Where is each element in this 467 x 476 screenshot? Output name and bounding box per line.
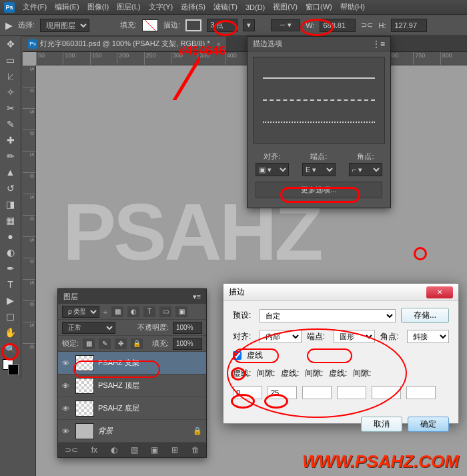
fill-swatch[interactable] — [142, 19, 158, 31]
filter-adjust-icon[interactable]: ◐ — [127, 306, 139, 317]
stroke-style-dd[interactable]: ─ ▾ — [271, 19, 300, 31]
zoom-tool[interactable]: 🔍 — [1, 341, 20, 356]
stroke-width-input[interactable] — [207, 19, 238, 32]
color-swatches[interactable] — [3, 359, 19, 375]
stroke-style-dotted[interactable] — [263, 122, 375, 123]
align-dd[interactable]: ▣ ▾ — [256, 163, 289, 176]
layer-name[interactable]: PSAHZ 顶层 — [98, 381, 139, 391]
stroke-style-list[interactable] — [253, 57, 385, 144]
menu-layer[interactable]: 图层(L) — [117, 2, 140, 12]
blur-tool[interactable]: ● — [1, 229, 20, 244]
link-layers-icon[interactable]: ⊃⊂ — [65, 445, 78, 455]
gap1-input[interactable] — [268, 386, 297, 399]
history-brush-tool[interactable]: ↺ — [1, 181, 20, 196]
layer-name[interactable]: 背景 — [98, 426, 113, 436]
menu-type[interactable]: 文字(Y) — [149, 2, 173, 12]
eraser-tool[interactable]: ◨ — [1, 197, 20, 212]
dlg-align-dd[interactable]: 内部 — [260, 330, 302, 343]
menu-help[interactable]: 帮助(H) — [340, 2, 365, 12]
layer-name[interactable]: PSAHZ 底层 — [98, 403, 139, 413]
menu-3d[interactable]: 3D(D) — [246, 3, 265, 11]
fx-icon[interactable]: fx — [91, 445, 97, 455]
new-layer-icon[interactable]: ⊞ — [171, 445, 178, 455]
mask-icon[interactable]: ◐ — [111, 445, 117, 455]
stroke-style-dashed[interactable] — [263, 99, 375, 101]
menu-image[interactable]: 图像(I) — [87, 2, 109, 12]
caps-dd[interactable]: E ▾ — [302, 163, 336, 176]
dodge-tool[interactable]: ◐ — [1, 245, 20, 260]
stroke-width-dd-icon[interactable]: ▾ — [243, 19, 255, 31]
heal-tool[interactable]: ✚ — [1, 133, 20, 148]
crop-tool[interactable]: ✂ — [1, 101, 20, 115]
layers-menu-icon[interactable]: ▾≡ — [193, 292, 201, 301]
wand-tool[interactable]: ✧ — [1, 85, 20, 99]
eyedrop-tool[interactable]: ✎ — [1, 117, 20, 132]
path-select-tool[interactable]: ▶ — [1, 293, 20, 308]
filter-pixel-icon[interactable]: ▦ — [111, 306, 123, 317]
lock-paint-icon[interactable]: ✎ — [99, 338, 111, 349]
dlg-caps-dd[interactable]: 圆形 — [334, 330, 376, 343]
background-swatch[interactable] — [8, 365, 19, 375]
dialog-close-button[interactable]: ✕ — [426, 286, 453, 298]
marquee-tool[interactable]: ▭ — [1, 53, 20, 67]
menu-edit[interactable]: 编辑(E) — [55, 2, 79, 12]
corners-dd[interactable]: ⌐ ▾ — [349, 163, 382, 176]
filter-kind-dd[interactable]: ρ 类型 — [62, 306, 99, 318]
layer-row[interactable]: 👁 背景 🔒 — [58, 420, 206, 443]
lock-trans-icon[interactable]: ▦ — [83, 338, 95, 349]
panel-menu-icon[interactable]: ⋮≡ — [372, 39, 385, 49]
adjust-icon[interactable]: ▧ — [131, 445, 138, 455]
shape-tool[interactable]: ▢ — [1, 309, 20, 324]
filter-smart-icon[interactable]: ▣ — [175, 306, 187, 317]
menu-select[interactable]: 选择(S) — [181, 2, 205, 12]
select-layer-dropdown[interactable]: 现用图层 — [40, 19, 89, 32]
trash-icon[interactable]: 🗑 — [191, 445, 199, 455]
lock-move-icon[interactable]: ✥ — [115, 338, 127, 349]
stroke-style-solid[interactable] — [263, 77, 375, 79]
opacity-input[interactable] — [173, 322, 202, 334]
dash2-input[interactable] — [302, 386, 332, 399]
gap3-input[interactable] — [406, 386, 436, 399]
layer-row[interactable]: 👁 PSAHZ 顶层 — [58, 375, 206, 397]
h-input[interactable] — [391, 19, 427, 32]
dash1-input[interactable] — [233, 386, 262, 399]
menu-view[interactable]: 视图(V) — [273, 2, 298, 12]
layers-tab[interactable]: 图层 — [63, 292, 78, 302]
more-options-button[interactable]: 更多选项... — [256, 182, 382, 198]
type-tool[interactable]: T — [1, 277, 20, 292]
cancel-button[interactable]: 取消 — [361, 417, 402, 432]
stamp-tool[interactable]: ▲ — [1, 165, 20, 180]
link-wh-icon[interactable]: ⊃⊂ — [361, 21, 373, 29]
visibility-icon[interactable]: 👁 — [62, 359, 71, 367]
visibility-icon[interactable]: 👁 — [62, 405, 71, 413]
layer-row[interactable]: 👁 PSAHZ 底层 — [58, 397, 206, 420]
dash-checkbox[interactable] — [233, 351, 242, 360]
brush-tool[interactable]: ✏ — [1, 149, 20, 164]
pen-tool[interactable]: ✒ — [1, 261, 20, 276]
stroke-swatch[interactable] — [185, 19, 201, 31]
group-icon[interactable]: ▣ — [151, 445, 158, 455]
visibility-icon[interactable]: 👁 — [62, 427, 71, 435]
visibility-icon[interactable]: 👁 — [62, 382, 71, 390]
lock-all-icon[interactable]: 🔒 — [131, 338, 143, 349]
layer-row[interactable]: 👁 PSAHZ 支架 — [58, 352, 206, 375]
filter-shape-icon[interactable]: ▭ — [159, 306, 171, 317]
gradient-tool[interactable]: ▦ — [1, 213, 20, 228]
dash3-input[interactable] — [372, 386, 401, 399]
menu-filter[interactable]: 滤镜(T) — [213, 2, 238, 12]
menu-file[interactable]: 文件(F) — [23, 2, 47, 12]
lasso-tool[interactable]: ⟀ — [1, 69, 20, 83]
w-input[interactable] — [320, 19, 356, 32]
layer-name[interactable]: PSAHZ 支架 — [98, 358, 139, 368]
gap2-input[interactable] — [337, 386, 366, 399]
move-tool[interactable]: ✥ — [1, 37, 20, 51]
dlg-corners-dd[interactable]: 斜接 — [407, 330, 449, 343]
ok-button[interactable]: 确定 — [408, 417, 449, 432]
menu-window[interactable]: 窗口(W) — [306, 2, 332, 12]
blend-mode-dd[interactable]: 正常 — [62, 322, 115, 334]
save-preset-button[interactable]: 存储... — [401, 308, 449, 323]
preset-dd[interactable]: 自定 — [260, 309, 396, 322]
hand-tool[interactable]: ✋ — [1, 325, 20, 340]
filter-type-icon[interactable]: T — [143, 306, 155, 317]
fill-opacity-input[interactable] — [173, 338, 202, 350]
